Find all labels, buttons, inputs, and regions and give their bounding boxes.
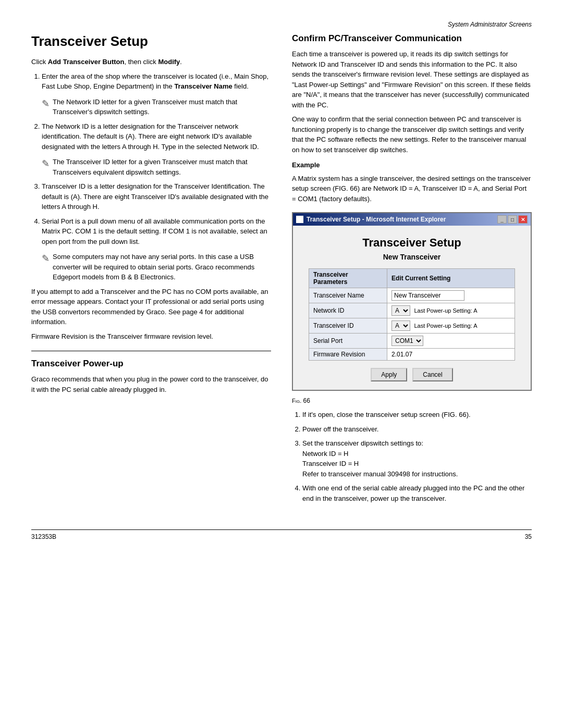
- para-firmware: Firmware Revision is the Transceiver fir…: [31, 331, 271, 342]
- note-1: ✎ The Network ID letter for a given Tran…: [42, 97, 271, 117]
- label-transceiver-id: Transceiver ID: [309, 318, 387, 334]
- post-step-1: If it's open, close the transceiver setu…: [302, 410, 532, 420]
- table-header-row: Transceiver Parameters Edit Current Sett…: [309, 269, 515, 288]
- right-column: Confirm PC/Transceiver Communication Eac…: [292, 33, 532, 509]
- transceiver-power-text: Graco recommends that when you plug in t…: [31, 374, 271, 394]
- note-3: ✎ Some computers may not have any serial…: [42, 252, 271, 282]
- post-step-2: Power off the transceiver.: [302, 424, 532, 435]
- close-button[interactable]: ✕: [518, 215, 528, 224]
- table-row: Network ID ABCD EFGH Last Power-up Setti…: [309, 303, 515, 318]
- value-serial-port: COM1COM2COM3COM4: [387, 334, 515, 349]
- label-firmware-revision: Firmware Revision: [309, 349, 387, 361]
- label-serial-port: Serial Port: [309, 334, 387, 349]
- note-2: ✎ The Transceiver ID letter for a given …: [42, 157, 271, 177]
- post-step-3: Set the transceiver dipswitch settings t…: [302, 438, 532, 479]
- minimize-button[interactable]: _: [497, 215, 507, 224]
- note-icon-3: ✎: [42, 253, 50, 264]
- dialog-buttons: Apply Cancel: [309, 368, 515, 381]
- section-divider: [31, 351, 271, 351]
- para-no-com: If you attempt to add a Transceiver and …: [31, 287, 271, 327]
- label-network-id: Network ID: [309, 303, 387, 318]
- step-1: Enter the area of the shop where the tra…: [42, 71, 271, 92]
- footer-left: 312353B: [31, 533, 56, 540]
- top-header: System Administrator Screens: [31, 21, 532, 28]
- dialog-body: Transceiver Setup New Transceiver Transc…: [293, 226, 531, 390]
- dialog-subtitle: New Transceiver: [309, 253, 515, 261]
- note-icon-2: ✎: [42, 158, 50, 169]
- header-text: System Administrator Screens: [31, 21, 532, 28]
- col-header-params: Transceiver Parameters: [309, 269, 387, 288]
- page-footer: 312353B 35: [31, 529, 532, 540]
- post-steps-list: If it's open, close the transceiver setu…: [302, 410, 532, 503]
- transceiver-power-title: Transceiver Power-up: [31, 359, 271, 369]
- transceiver-setup-dialog: Transceiver Setup - Microsoft Internet E…: [292, 212, 532, 391]
- table-row: Transceiver Name: [309, 288, 515, 303]
- confirm-para-1: Each time a transceiver is powered up, i…: [292, 49, 532, 110]
- main-steps-list-2: The Network ID is a letter designation f…: [42, 121, 271, 152]
- cancel-button[interactable]: Cancel: [412, 368, 452, 381]
- main-steps-list-3: Transceiver ID is a letter designation f…: [42, 181, 271, 246]
- col-header-settings: Edit Current Setting: [387, 269, 515, 288]
- serial-port-select[interactable]: COM1COM2COM3COM4: [391, 336, 423, 346]
- transceiver-name-input[interactable]: [391, 290, 464, 301]
- page-title: Transceiver Setup: [31, 33, 271, 50]
- titlebar-left: Transceiver Setup - Microsoft Internet E…: [296, 216, 446, 223]
- network-id-last-powrup: Last Power-up Setting: A: [414, 307, 477, 314]
- note-text-1: The Network ID letter for a given Transc…: [53, 97, 271, 117]
- table-row: Transceiver ID ABCD EFGH Last Power-up S…: [309, 318, 515, 334]
- table-row: Serial Port COM1COM2COM3COM4: [309, 334, 515, 349]
- step-2: The Network ID is a letter designation f…: [42, 121, 271, 152]
- app-icon: [296, 216, 303, 223]
- network-id-select[interactable]: ABCD EFGH: [391, 305, 410, 316]
- value-firmware-revision: 2.01.07: [387, 349, 515, 361]
- footer-right: 35: [525, 533, 532, 540]
- transceiver-id-select[interactable]: ABCD EFGH: [391, 320, 410, 331]
- example-label: Example: [292, 160, 532, 170]
- confirm-para-2: One way to confirm that the serial conne…: [292, 114, 532, 155]
- post-step-4: With one end of the serial cable already…: [302, 483, 532, 503]
- step-3: Transceiver ID is a letter designation f…: [42, 181, 271, 212]
- dialog-main-title: Transceiver Setup: [309, 236, 515, 250]
- apply-button[interactable]: Apply: [371, 368, 407, 381]
- step-4: Serial Port is a pull down menu of all a…: [42, 216, 271, 247]
- note-icon-1: ✎: [42, 98, 50, 109]
- fig-label: Fig. 66: [292, 396, 532, 405]
- main-steps-list: Enter the area of the shop where the tra…: [42, 71, 271, 92]
- left-column: Transceiver Setup Click Add Transceiver …: [31, 33, 271, 509]
- transceiver-params-table: Transceiver Parameters Edit Current Sett…: [309, 268, 515, 361]
- note-text-2: The Transceiver ID letter for a given Tr…: [53, 157, 271, 177]
- dialog-titlebar: Transceiver Setup - Microsoft Internet E…: [293, 213, 531, 226]
- titlebar-buttons: _ □ ✕: [497, 215, 528, 224]
- titlebar-title: Transceiver Setup - Microsoft Internet E…: [307, 216, 446, 223]
- value-transceiver-name: [387, 288, 515, 303]
- label-transceiver-name: Transceiver Name: [309, 288, 387, 303]
- table-row: Firmware Revision 2.01.07: [309, 349, 515, 361]
- transceiver-id-last-powrup: Last Power-up Setting: A: [414, 323, 477, 329]
- maximize-button[interactable]: □: [508, 215, 517, 224]
- value-transceiver-id: ABCD EFGH Last Power-up Setting: A: [387, 318, 515, 334]
- intro-paragraph: Click Add Transceiver Button, then click…: [31, 57, 271, 67]
- value-network-id: ABCD EFGH Last Power-up Setting: A: [387, 303, 515, 318]
- example-text: A Matrix system has a single transceiver…: [292, 174, 532, 204]
- confirm-title: Confirm PC/Transceiver Communication: [292, 33, 532, 44]
- note-text-3: Some computers may not have any serial p…: [53, 252, 271, 282]
